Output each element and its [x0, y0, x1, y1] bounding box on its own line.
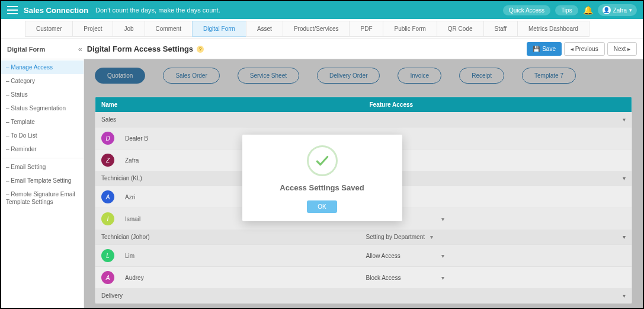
brand-title: Sales Connection: [24, 6, 88, 15]
avatar: A: [101, 271, 114, 284]
tab-job[interactable]: Job: [113, 21, 145, 37]
person-row: AAudreyBlock Access: [95, 266, 632, 288]
chip-template-7[interactable]: Template 7: [522, 68, 576, 84]
sidebar-item-manage-access[interactable]: – Manage Access: [1, 60, 84, 74]
sidebar-item-template[interactable]: – Template: [1, 115, 84, 129]
person-name: Lim: [125, 253, 134, 259]
tips-button[interactable]: Tips: [555, 5, 578, 15]
tab-asset[interactable]: Asset: [246, 21, 283, 37]
user-avatar-icon: 👤: [603, 6, 611, 14]
person-name: Zafra: [125, 157, 139, 164]
person-row: LLimAllow Access: [95, 244, 632, 266]
user-menu[interactable]: 👤 Zafra ▾: [598, 4, 637, 16]
access-select[interactable]: Block Access: [364, 273, 447, 283]
avatar: I: [101, 212, 114, 225]
chip-invoice[interactable]: Invoice: [398, 68, 441, 84]
sidebar-item-email-setting[interactable]: – Email Setting: [1, 160, 84, 174]
chip-service-sheet[interactable]: Service Sheet: [238, 68, 299, 84]
person-name: Dealer B: [125, 135, 148, 142]
tab-metrics-dashboard[interactable]: Metrics Dashboard: [517, 21, 589, 37]
page-title: Digital Form Access Settings: [87, 44, 193, 53]
user-name: Zafra: [613, 7, 627, 14]
tab-pdf[interactable]: PDF: [349, 21, 383, 37]
sidebar-item-category[interactable]: – Category: [1, 74, 84, 88]
avatar: D: [101, 132, 114, 145]
person-name: Ismail: [125, 216, 140, 222]
sidebar-item-status-segmentation[interactable]: – Status Segmentation: [1, 101, 84, 115]
access-select[interactable]: Allow Access: [364, 251, 447, 261]
modal-ok-button[interactable]: OK: [307, 200, 337, 213]
group-row[interactable]: Technician (Johor)Setting by Department▾: [95, 230, 632, 244]
chevron-down-icon: ▾: [623, 292, 626, 299]
tab-staff[interactable]: Staff: [483, 21, 518, 37]
sidebar-item-remote-signature-email-template-settings[interactable]: – Remote Signature Email Template Settin…: [1, 187, 84, 209]
chevron-down-icon: ▾: [623, 116, 626, 123]
avatar: A: [101, 190, 114, 203]
menu-icon[interactable]: [7, 6, 18, 14]
tab-public-form[interactable]: Public Form: [383, 21, 437, 37]
save-icon: 💾: [533, 46, 540, 52]
table-header: Name Feature Access: [95, 97, 632, 112]
chevron-down-icon: ▾: [623, 175, 626, 181]
sidebar-item-to-do-list[interactable]: – To Do List: [1, 129, 84, 142]
previous-button[interactable]: ◂ Previous: [564, 42, 605, 56]
modal-title: Access Settings Saved: [252, 183, 393, 192]
tab-qr-code[interactable]: QR Code: [437, 21, 484, 37]
sidebar-item-status[interactable]: – Status: [1, 88, 84, 101]
sidebar-header: Digital Form: [7, 46, 78, 53]
sidebar-item-reminder[interactable]: – Reminder: [1, 142, 84, 156]
chip-delivery-order[interactable]: Delivery Order: [317, 68, 380, 84]
form-type-chips: QuotationSales OrderService SheetDeliver…: [95, 68, 632, 84]
tab-product-services[interactable]: Product/Services: [283, 21, 350, 37]
quick-access-button[interactable]: Quick Access: [503, 5, 550, 15]
success-modal: Access Settings Saved OK: [242, 135, 402, 221]
help-icon[interactable]: ?: [197, 46, 204, 53]
col-feature-header: Feature Access: [364, 97, 632, 112]
chip-sales-order[interactable]: Sales Order: [163, 68, 219, 84]
app-frame: Sales Connection Don't count the days, m…: [0, 0, 644, 309]
top-bar: Sales Connection Don't count the days, m…: [1, 1, 643, 19]
chip-quotation[interactable]: Quotation: [95, 68, 145, 84]
next-button[interactable]: Next ▸: [607, 42, 637, 56]
tab-customer[interactable]: Customer: [25, 21, 73, 37]
tab-comment[interactable]: Comment: [145, 21, 193, 37]
access-select[interactable]: Setting by Department: [364, 232, 436, 242]
bell-icon[interactable]: 🔔: [583, 5, 593, 15]
sub-header: Digital Form « Digital Form Access Setti…: [1, 39, 643, 59]
person-name: Audrey: [125, 275, 144, 281]
check-icon: [307, 145, 338, 176]
module-tabs: CustomerProjectJobCommentDigital FormAss…: [1, 19, 643, 39]
tab-digital-form[interactable]: Digital Form: [192, 21, 246, 37]
avatar: Z: [101, 154, 114, 167]
col-name-header: Name: [95, 97, 364, 112]
save-button[interactable]: 💾 Save: [527, 42, 562, 56]
group-row[interactable]: Sales▾: [95, 112, 632, 127]
collapse-icon[interactable]: «: [78, 45, 82, 53]
tab-project[interactable]: Project: [72, 21, 113, 37]
chevron-down-icon: ▾: [623, 234, 626, 240]
group-row[interactable]: Delivery▾: [95, 288, 632, 303]
tagline: Don't count the days, make the days coun…: [95, 7, 220, 14]
save-label: Save: [542, 46, 556, 52]
sidebar: – Manage Access– Category– Status– Statu…: [1, 59, 84, 308]
sidebar-item-email-template-setting[interactable]: – Email Template Setting: [1, 174, 84, 187]
chevron-down-icon: ▾: [629, 7, 632, 13]
person-name: Azri: [125, 194, 135, 200]
avatar: L: [101, 249, 114, 262]
chip-receipt[interactable]: Receipt: [459, 68, 504, 84]
